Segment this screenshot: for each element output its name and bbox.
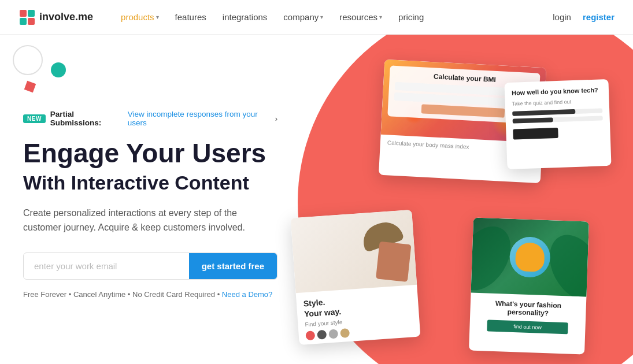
card-tech: How well do you know tech? Take the quiz… xyxy=(504,79,611,169)
description: Create personalized interactions at ever… xyxy=(23,206,277,235)
card-tech-body: How well do you know tech? Take the quiz… xyxy=(504,79,610,147)
card-tech-bar2 xyxy=(513,117,553,123)
chevron-down-icon: ▾ xyxy=(379,14,382,20)
email-input[interactable] xyxy=(24,253,189,279)
cards-container: Style.Your way. Find your style Calculat… xyxy=(289,46,633,364)
dot-dark xyxy=(317,330,327,340)
deco-circle-outline xyxy=(13,45,43,75)
nav-products[interactable]: products ▾ xyxy=(121,12,159,22)
card-fashion-image xyxy=(471,218,589,297)
need-demo-link[interactable]: Need a Demo? xyxy=(222,290,272,299)
card-tech-sub: Take the quiz and find out xyxy=(512,98,602,106)
card-style-body: Style.Your way. Find your style xyxy=(296,285,421,345)
banner-link[interactable]: View incomplete responses from your user… xyxy=(128,110,271,127)
bag-decoration xyxy=(376,242,411,282)
card-tech-bar1 xyxy=(512,109,575,116)
dot-red xyxy=(305,331,315,341)
deco-circle-teal xyxy=(51,62,66,77)
dot-gray xyxy=(328,329,338,339)
hero-left: NEW Partial Submissions: View incomplete… xyxy=(0,35,301,364)
logo-text: involve.me xyxy=(39,11,93,23)
logo[interactable]: involve.me xyxy=(18,9,93,26)
card-tech-bar-bg2 xyxy=(513,116,603,123)
svg-rect-3 xyxy=(28,18,35,25)
svg-rect-0 xyxy=(20,10,27,17)
card-tech-title: How well do you know tech? xyxy=(512,86,602,96)
new-banner: NEW Partial Submissions: View incomplete… xyxy=(23,110,277,127)
card-tech-button[interactable] xyxy=(513,128,558,140)
svg-rect-1 xyxy=(28,10,35,17)
card-fashion-button[interactable]: find out now xyxy=(487,320,568,335)
card-fashion: What's your fashion personality? find ou… xyxy=(469,218,589,355)
navbar: involve.me products ▾ features integrati… xyxy=(0,0,633,35)
deco-square-red xyxy=(24,81,36,93)
new-badge: NEW xyxy=(23,114,46,123)
footnote-text: Free Forever • Cancel Anytime • No Credi… xyxy=(23,290,220,299)
headline: Engage Your Users xyxy=(23,139,277,168)
nav-pricing[interactable]: pricing xyxy=(398,12,424,22)
nav-integrations[interactable]: integrations xyxy=(223,12,268,22)
cta-button[interactable]: get started free xyxy=(189,253,277,279)
card-bmi-body-text: Calculate your body mass index xyxy=(387,139,469,150)
chevron-down-icon: ▾ xyxy=(156,14,159,20)
nav-right: login register xyxy=(553,12,615,22)
card-fashion-title: What's your fashion personality? xyxy=(477,299,579,318)
logo-icon xyxy=(18,9,36,26)
chevron-down-icon: ▾ xyxy=(320,14,323,20)
svg-rect-2 xyxy=(20,18,27,25)
login-link[interactable]: login xyxy=(553,12,571,22)
email-form: get started free xyxy=(23,252,277,280)
footnote: Free Forever • Cancel Anytime • No Credi… xyxy=(23,290,277,299)
card-tech-bar-bg1 xyxy=(512,108,602,116)
card-bmi-button xyxy=(421,104,505,118)
person-body xyxy=(515,242,545,272)
card-style-image xyxy=(291,210,417,293)
nav-company[interactable]: company ▾ xyxy=(283,12,323,22)
hero-section: NEW Partial Submissions: View incomplete… xyxy=(0,35,633,364)
hero-right: Style.Your way. Find your style Calculat… xyxy=(301,35,633,364)
nav-resources[interactable]: resources ▾ xyxy=(339,12,382,22)
dot-tan xyxy=(340,328,350,338)
card-fashion-body: What's your fashion personality? find ou… xyxy=(469,293,587,341)
register-link[interactable]: register xyxy=(583,12,615,22)
subheadline: With Interactive Content xyxy=(23,172,277,194)
card-style: Style.Your way. Find your style xyxy=(291,210,421,345)
banner-arrow-icon: › xyxy=(275,114,277,123)
banner-bold: Partial Submissions: xyxy=(50,110,123,127)
nav-links: products ▾ features integrations company… xyxy=(121,12,553,22)
person-circle xyxy=(509,236,551,278)
nav-features[interactable]: features xyxy=(175,12,206,22)
